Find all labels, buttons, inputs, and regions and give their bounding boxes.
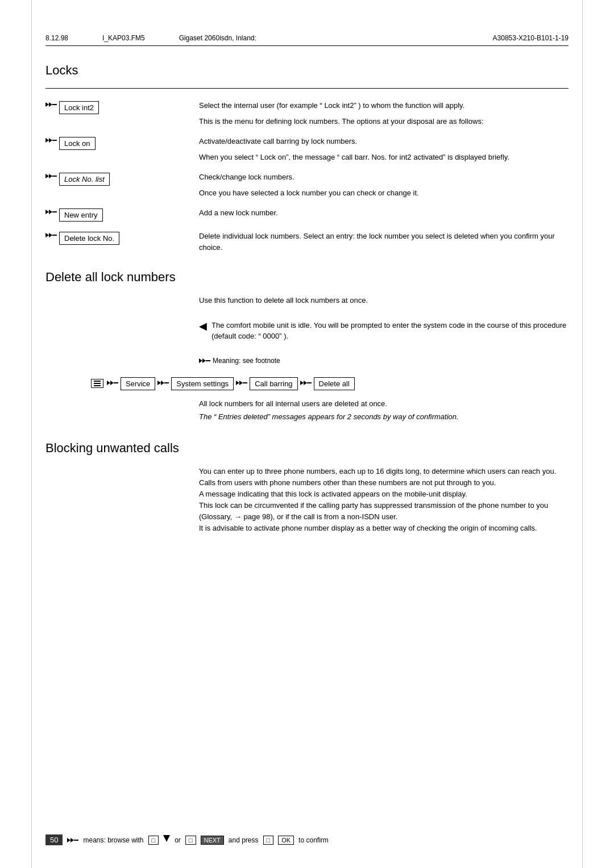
svg-rect-29 [307,382,312,383]
svg-marker-19 [110,381,114,385]
lock-on-box[interactable]: Lock on [59,137,96,150]
svg-marker-33 [163,835,170,842]
blocking-left-empty [45,466,193,467]
double-arrow-icon [45,101,57,108]
nav-system-settings-box[interactable]: System settings [171,377,234,390]
lock-no-list-left: Lock No. list [45,172,193,186]
page-header: 8.12.98 I_KAP03.FM5 Gigaset 2060isdn, In… [45,34,569,46]
new-entry-box[interactable]: New entry [59,208,103,222]
lock-on-arrow [45,137,57,144]
nav-arrow-4 [300,379,312,388]
nav-call-barring-box[interactable]: Call barring [250,377,297,390]
nav-double-arrow-3 [236,379,247,386]
delete-lock-no-row: Delete lock No. Delete individual lock n… [45,231,569,253]
lock-no-list-desc2: Once you have selected a lock number you… [199,187,569,199]
lock-no-list-row: Lock No. list Check/change lock numbers.… [45,172,569,198]
lock-int2-desc2: This is the menu for defining lock numbe… [199,116,569,127]
svg-rect-14 [52,235,57,236]
svg-rect-5 [52,140,57,141]
delete-all-desc1: Use this function to delete all lock num… [193,295,569,306]
delete-all-left-empty [45,295,193,296]
svg-marker-25 [239,381,243,385]
svg-marker-15 [199,358,202,363]
svg-marker-7 [49,174,52,178]
menu-line-1 [94,381,101,382]
svg-rect-20 [114,382,118,383]
svg-marker-1 [49,102,52,107]
svg-rect-32 [74,840,78,841]
lock-no-list-desc1: Check/change lock numbers. [199,172,569,183]
meaning-note: Meaning: see footnote [199,356,569,366]
footer-arrow-icon [67,837,78,844]
header-file: I_KAP03.FM5 [102,34,145,42]
svg-rect-2 [52,104,57,105]
svg-marker-0 [45,102,49,107]
menu-icon [91,379,103,388]
footer-arrow-down-icon [163,835,170,845]
page-number: 50 [45,834,63,845]
svg-marker-16 [202,358,206,363]
svg-rect-26 [243,382,247,383]
nav-right: Meaning: see footnote [193,356,569,368]
locks-rule [45,88,569,89]
blocking-title: Blocking unwanted calls [45,441,569,456]
delete-lock-no-arrow [45,232,57,239]
nav-bar: Service System settings Call barring [91,377,523,390]
side-line-left [31,0,32,868]
nav-arrow-3 [236,379,247,388]
lock-on-left: Lock on [45,136,193,150]
lock-int2-box[interactable]: Lock int2 [59,101,99,114]
new-entry-row: New entry Add a new lock number. [45,207,569,222]
page: 8.12.98 I_KAP03.FM5 Gigaset 2060isdn, In… [0,0,614,868]
svg-rect-8 [52,176,57,177]
footer-ok-key[interactable]: OK [278,836,294,845]
footer-browse-box-2: □ [185,836,196,845]
svg-marker-3 [45,138,49,143]
menu-line-3 [94,385,101,386]
lock-on-desc2: When you select “ Lock on”, the message … [199,152,569,163]
nav-service-box[interactable]: Service [121,377,155,390]
nav-delete-all-box[interactable]: Delete all [314,377,355,390]
lock-int2-arrow [45,101,57,108]
after-nav-row: All lock numbers for all internal users … [45,398,569,423]
svg-rect-17 [206,360,210,361]
nav-row: Meaning: see footnote [45,356,569,368]
italic-note: The “ Entries deleted” messages appears … [199,411,569,423]
nav-double-arrow-1 [107,379,118,386]
delete-lock-no-left: Delete lock No. [45,231,193,245]
lock-no-list-right: Check/change lock numbers. Once you have… [193,172,569,198]
footer-confirm-text: to confirm [298,836,329,844]
meaning-arrow-icon [199,357,210,364]
blocking-desc-text: You can enter up to three phone numbers,… [199,466,569,535]
double-arrow-icon-2 [45,137,57,144]
svg-marker-18 [107,381,110,385]
svg-marker-31 [70,838,74,842]
footer-down-triangle [163,835,170,843]
moon-icon: ◀ [199,321,207,331]
lock-int2-left: Lock int2 [45,100,193,114]
delete-lock-no-box[interactable]: Delete lock No. [59,232,119,245]
new-entry-desc1: Add a new lock number. [199,207,569,219]
after-nav-right: All lock numbers for all internal users … [193,398,569,423]
nav-left-empty [45,361,193,362]
lock-no-list-arrow [45,173,57,180]
svg-marker-4 [49,138,52,143]
delete-lock-no-right: Delete individual lock numbers. Select a… [193,231,569,253]
header-date: 8.12.98 [45,34,68,42]
side-line-right [582,0,583,868]
header-device: Gigaset 2060isdn, Inland: [179,34,256,42]
delete-all-desc-row: Use this function to delete all lock num… [45,295,569,306]
footer-next-key[interactable]: NEXT [201,836,224,845]
svg-marker-21 [157,381,161,385]
after-nav-left-empty [45,398,193,399]
delete-all-title: Delete all lock numbers [45,270,569,285]
comfort-note-row: ◀ The comfort mobile unit is idle. You w… [45,315,569,347]
nav-arrow-2 [157,379,169,388]
footer-means-text: means: browse with [83,836,143,844]
footer-ok-key-box: □ [263,836,274,845]
lock-on-row: Lock on Activate/deactivate call barring… [45,136,569,162]
blocking-desc-row: You can enter up to three phone numbers,… [45,466,569,535]
lock-no-list-box[interactable]: Lock No. list [59,173,110,186]
lock-int2-row: Lock int2 Select the internal user (for … [45,100,569,127]
nav-double-arrow-2 [157,379,169,386]
